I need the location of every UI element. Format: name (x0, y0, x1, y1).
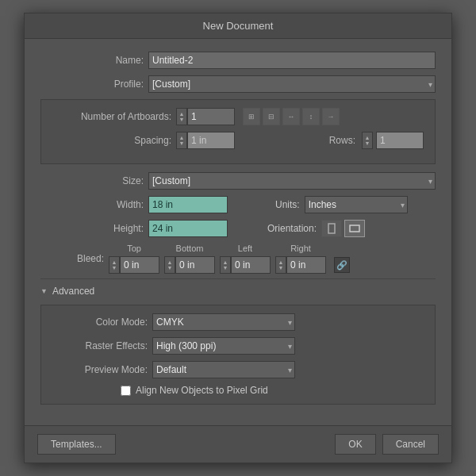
bleed-left-spinner[interactable]: ▲▼ (220, 256, 231, 274)
spacing-row: Spacing: ▲▼ Rows: ▲▼ (52, 132, 424, 149)
bleed-top-input[interactable] (120, 256, 159, 274)
bleed-bottom-spinner[interactable]: ▲▼ (164, 256, 175, 274)
profile-select[interactable]: [Custom] Print Web Mobile (148, 75, 436, 93)
spacing-spinner-btn[interactable]: ▲▼ (176, 132, 187, 149)
bleed-top-spinner[interactable]: ▲▼ (109, 256, 120, 274)
artboard-horizontal-icon[interactable]: ↔ (282, 108, 300, 125)
rows-label: Rows: (329, 135, 355, 146)
color-mode-row: Color Mode: CMYK RGB (52, 313, 424, 331)
dialog-footer: Templates... OK Cancel (25, 425, 451, 463)
artboard-arrow-icon[interactable]: → (322, 108, 340, 125)
dialog-title: New Document (25, 13, 451, 39)
spacing-input (187, 132, 235, 149)
size-select[interactable]: [Custom] Letter A4 (148, 172, 436, 190)
portrait-btn[interactable] (321, 220, 342, 237)
spacing-spinner: ▲▼ (176, 132, 235, 149)
artboards-label: Number of Artboards: (52, 111, 171, 122)
height-orientation-row: Height: Orientation: (40, 220, 436, 237)
bleed-lock-btn[interactable]: 🔗 (334, 257, 350, 273)
artboard-vertical-icon[interactable]: ↕ (302, 108, 320, 125)
rows-spinner-btn[interactable]: ▲▼ (362, 132, 373, 149)
align-pixel-row: Align New Objects to Pixel Grid (121, 385, 424, 396)
templates-button[interactable]: Templates... (37, 434, 116, 455)
name-input[interactable] (148, 52, 436, 69)
bleed-right-col: Right ▲▼ (275, 244, 326, 274)
artboard-grid-icon[interactable]: ⊞ (243, 108, 260, 125)
new-document-dialog: New Document Name: Profile: [Custom] Pri… (24, 13, 452, 463)
bleed-top-col: Top ▲▼ (109, 244, 159, 274)
name-label: Name: (40, 55, 144, 66)
bleed-right-spinner[interactable]: ▲▼ (275, 256, 286, 274)
rows-input (376, 132, 424, 149)
artboard-layout-icons: ⊞ ⊟ ↔ ↕ → (243, 108, 340, 125)
units-select[interactable]: Inches Millimeters Centimeters Points Pi… (305, 196, 408, 213)
bleed-bottom-label: Bottom (176, 244, 204, 253)
preview-mode-row: Preview Mode: Default Pixel Overprint (52, 361, 424, 378)
profile-label: Profile: (40, 79, 144, 90)
svg-rect-1 (350, 225, 359, 232)
bleed-right-label: Right (290, 244, 311, 253)
color-mode-select[interactable]: CMYK RGB (152, 313, 295, 331)
bleed-inputs: Top ▲▼ Bottom ▲▼ Left ▲▼ (109, 244, 350, 274)
landscape-btn[interactable] (344, 220, 365, 237)
orientation-label: Orientation: (267, 223, 317, 234)
cancel-button[interactable]: Cancel (382, 434, 439, 455)
bleed-label: Bleed: (40, 253, 104, 264)
size-row: Size: [Custom] Letter A4 (40, 172, 436, 190)
bleed-left-col: Left ▲▼ (220, 244, 271, 274)
bleed-section: Bleed: Top ▲▼ Bottom ▲▼ (40, 244, 436, 274)
height-input[interactable] (148, 220, 228, 237)
bleed-bottom-col: Bottom ▲▼ (164, 244, 215, 274)
bleed-bottom-input[interactable] (175, 256, 215, 274)
bleed-right-input[interactable] (286, 256, 326, 274)
width-units-row: Width: Units: Inches Millimeters Centime… (40, 196, 436, 213)
preview-mode-select[interactable]: Default Pixel Overprint (152, 361, 295, 378)
spacing-label: Spacing: (52, 135, 171, 146)
bleed-top-label: Top (127, 244, 141, 253)
preview-mode-label: Preview Mode: (52, 364, 148, 375)
width-label: Width: (40, 199, 144, 210)
profile-row: Profile: [Custom] Print Web Mobile (40, 75, 436, 93)
advanced-triangle-icon: ▼ (40, 287, 48, 295)
artboards-spinner: ▲▼ (176, 108, 235, 125)
name-row: Name: (40, 52, 436, 69)
artboards-spinner-btn[interactable]: ▲▼ (176, 108, 187, 125)
artboard-rows-icon[interactable]: ⊟ (263, 108, 280, 125)
advanced-header[interactable]: ▼ Advanced (40, 286, 436, 297)
svg-rect-0 (328, 224, 335, 233)
advanced-label: Advanced (52, 286, 94, 297)
raster-effects-select[interactable]: High (300 ppi) Medium (150 ppi) Screen (… (152, 337, 295, 355)
advanced-section: Color Mode: CMYK RGB Raster Effects: Hig… (40, 305, 436, 405)
units-label: Units: (275, 199, 300, 210)
rows-section: Rows: ▲▼ (329, 132, 424, 149)
color-mode-label: Color Mode: (52, 317, 148, 328)
bleed-left-label: Left (238, 244, 252, 253)
align-pixel-label: Align New Objects to Pixel Grid (136, 385, 268, 396)
artboards-row: Number of Artboards: ▲▼ ⊞ ⊟ ↔ ↕ → (52, 108, 424, 125)
width-input[interactable] (148, 196, 228, 213)
ok-button[interactable]: OK (335, 434, 375, 455)
raster-effects-row: Raster Effects: High (300 ppi) Medium (1… (52, 337, 424, 355)
bleed-left-input[interactable] (231, 256, 271, 274)
raster-effects-label: Raster Effects: (52, 340, 148, 351)
artboards-input[interactable] (187, 108, 235, 125)
align-pixel-checkbox[interactable] (121, 386, 131, 396)
height-label: Height: (40, 223, 144, 234)
size-label: Size: (40, 175, 144, 186)
footer-action-buttons: OK Cancel (335, 434, 439, 455)
